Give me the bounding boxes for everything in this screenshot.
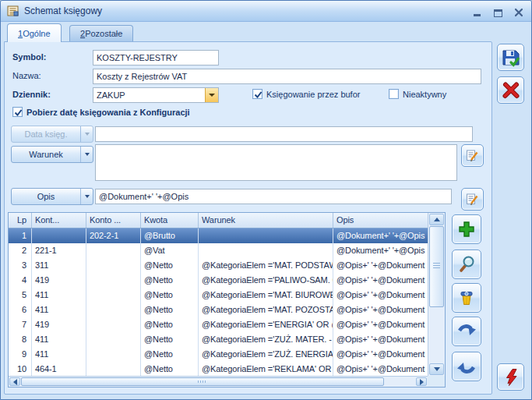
dziennik-label: Dziennik: — [12, 90, 51, 99]
run-button[interactable] — [497, 363, 524, 391]
table-row[interactable]: 1202-2-1@Brutto@Dokument+' '+@Opis — [9, 228, 428, 243]
pobierz-date-checkbox[interactable] — [12, 107, 23, 117]
cell-warunek — [199, 228, 333, 243]
cell-warunek: @KategoriaElem ='PALIWO-SAM. CIĘŻARO... — [199, 273, 333, 288]
table-row[interactable]: 10464-1@Netto@KategoriaElem ='REKLAMA' O… — [9, 362, 428, 376]
nazwa-label: Nazwa: — [12, 71, 41, 80]
close-icon[interactable] — [513, 7, 524, 17]
table-row[interactable]: 7419@Netto@KategoriaElem ='ENERGIA' OR @… — [9, 317, 428, 332]
cell-konto_wn: 411 — [32, 303, 86, 317]
horizontal-scrollbar[interactable] — [9, 376, 428, 387]
vertical-scroll-thumb[interactable] — [429, 226, 444, 307]
scroll-up-icon[interactable] — [429, 214, 444, 225]
cell-kwota: @Netto — [141, 332, 199, 347]
dziennik-input[interactable] — [93, 87, 219, 103]
symbol-input[interactable] — [93, 50, 219, 65]
tab-ogolne[interactable]: 1 Ogólne — [7, 23, 62, 42]
cell-konto_ma — [86, 288, 141, 303]
column-header-warunek[interactable]: Warunek — [199, 213, 333, 228]
opis-wizard-button[interactable] — [461, 188, 484, 211]
dziennik-combo[interactable] — [93, 87, 219, 103]
nazwa-input[interactable] — [93, 69, 481, 84]
cancel-button[interactable] — [497, 76, 524, 104]
table-row[interactable]: 2221-1@Vat@Dokument+' '+@Opis — [9, 243, 428, 258]
scroll-down-icon[interactable] — [429, 363, 444, 375]
cell-warunek: @KategoriaElem ='MAT. BIUROWE' — [199, 288, 333, 303]
table-row[interactable]: 5411@Netto@KategoriaElem ='MAT. BIUROWE'… — [9, 288, 428, 303]
scroll-left-icon[interactable] — [9, 377, 20, 386]
cell-konto_wn: 311 — [32, 258, 86, 273]
cell-opis: @Opis+' '+@Dokument — [333, 303, 427, 317]
delete-row-button[interactable] — [452, 283, 481, 313]
warunek-textarea[interactable] — [95, 144, 457, 181]
cell-konto_ma — [86, 362, 141, 376]
delete-icon — [457, 288, 476, 307]
bufor-checkbox[interactable] — [252, 89, 262, 99]
positions-table: LpKont...Konto ...KwotaWarunekOpis 1202-… — [8, 212, 446, 388]
table-header: LpKont...Konto ...KwotaWarunekOpis — [9, 213, 428, 228]
expression-wizard-icon — [466, 193, 479, 206]
cell-warunek: @KategoriaElem ='MAT. POZOSTAŁE' — [199, 303, 333, 317]
table-row[interactable]: 9411@Netto@KategoriaElem ='ZUŻ. ENERGIA … — [9, 347, 428, 362]
cell-lp: 5 — [9, 288, 32, 303]
warunek-button[interactable]: Warunek — [11, 146, 93, 163]
table-row[interactable]: 3311@Netto@KategoriaElem ='MAT. PODSTAWO… — [9, 258, 428, 273]
warunek-dropdown-icon[interactable] — [80, 147, 93, 162]
minimize-icon[interactable] — [471, 7, 482, 17]
cell-kwota: @Netto — [141, 288, 199, 303]
warunek-wizard-button[interactable] — [461, 144, 484, 167]
vertical-scrollbar[interactable] — [428, 213, 445, 376]
maximize-icon[interactable] — [492, 7, 503, 17]
horizontal-scroll-thumb[interactable] — [21, 377, 384, 386]
cell-kwota: @Netto — [141, 347, 199, 362]
cell-konto_ma — [86, 317, 141, 332]
cell-lp: 10 — [9, 362, 32, 376]
opis-button[interactable]: Opis — [11, 188, 93, 205]
column-header-konto_wn[interactable]: Kont... — [32, 213, 86, 228]
schemat-ksiegowy-window: Schemat księgowy 1 Ogólne 2 Pozostałe Sy… — [0, 0, 532, 400]
move-up-icon — [456, 357, 477, 376]
cell-konto_wn: 411 — [32, 288, 86, 303]
expression-wizard-icon — [466, 149, 479, 162]
table-body: 1202-2-1@Brutto@Dokument+' '+@Opis2221-1… — [9, 228, 428, 376]
cell-warunek — [199, 243, 333, 258]
cell-warunek: @KategoriaElem ='ZUŻ. MATER. - NKUP' — [199, 332, 333, 347]
cell-kwota: @Netto — [141, 362, 199, 376]
cell-kwota: @Netto — [141, 317, 199, 332]
opis-input[interactable] — [95, 189, 452, 204]
save-button[interactable] — [497, 44, 524, 71]
cell-lp: 3 — [9, 258, 32, 273]
tab-pozostale[interactable]: 2 Pozostałe — [69, 25, 133, 41]
column-header-opis[interactable]: Opis — [333, 213, 427, 228]
cell-warunek: @KategoriaElem ='REKLAMA' OR @Kategori..… — [199, 362, 333, 376]
column-header-konto_ma[interactable]: Konto ... — [86, 213, 141, 228]
dziennik-dropdown-icon[interactable] — [205, 88, 218, 102]
table-row[interactable]: 4419@Netto@KategoriaElem ='PALIWO-SAM. C… — [9, 273, 428, 288]
cell-konto_wn — [32, 228, 86, 243]
move-down-icon — [456, 322, 477, 341]
nieaktywny-checkbox[interactable] — [389, 89, 399, 99]
table-row[interactable]: 8411@Netto@KategoriaElem ='ZUŻ. MATER. -… — [9, 332, 428, 347]
save-icon — [501, 48, 521, 68]
scroll-right-icon[interactable] — [416, 377, 427, 386]
add-row-button[interactable] — [452, 214, 481, 244]
data-ksieg-input[interactable] — [95, 126, 473, 142]
move-up-button[interactable] — [452, 352, 481, 381]
titlebar: Schemat księgowy — [1, 1, 531, 22]
table-row[interactable]: 6411@Netto@KategoriaElem ='MAT. POZOSTAŁ… — [9, 303, 428, 317]
column-header-kwota[interactable]: Kwota — [141, 213, 199, 228]
cell-opis: @Opis+' '+@Dokument — [333, 258, 427, 273]
cell-konto_ma: 202-2-1 — [86, 228, 141, 243]
cell-konto_wn: 419 — [32, 317, 86, 332]
cell-warunek: @KategoriaElem ='ZUŻ. ENERGIA - NKUP' — [199, 347, 333, 362]
move-down-button[interactable] — [452, 317, 481, 346]
column-header-lp[interactable]: Lp — [9, 213, 32, 228]
edit-row-button[interactable] — [452, 250, 481, 279]
cell-opis: @Dokument+' '+@Opis — [333, 228, 427, 243]
symbol-label: Symbol: — [12, 52, 46, 62]
cell-lp: 6 — [9, 303, 32, 317]
cell-kwota: @Netto — [141, 258, 199, 273]
cell-konto_ma — [86, 332, 141, 347]
opis-dropdown-icon[interactable] — [80, 189, 93, 204]
cell-opis: @Opis+' '+@Dokument — [333, 347, 427, 362]
